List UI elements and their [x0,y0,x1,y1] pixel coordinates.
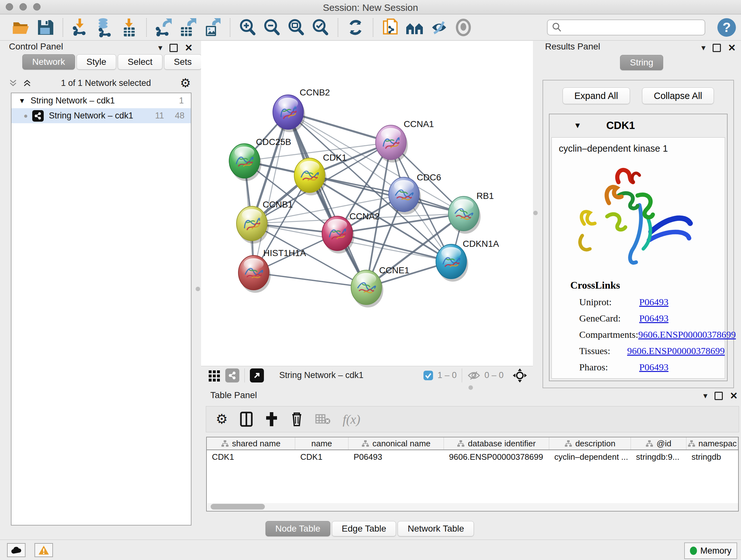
column-header-description[interactable]: description [549,437,631,449]
birdseye-view-icon[interactable] [208,369,221,382]
scrollbar-thumb[interactable] [211,504,265,509]
zoom-out-icon[interactable] [262,17,282,37]
export-table-icon[interactable] [179,17,198,37]
column-header-@id[interactable]: @id [631,437,686,449]
search-field[interactable] [547,19,705,36]
table-options-icon[interactable]: ⚙ [216,413,228,426]
column-header-canonical-name[interactable]: canonical name [348,437,444,449]
warning-icon [38,545,49,555]
create-column-icon[interactable] [265,412,278,427]
tab-sets[interactable]: Sets [164,54,202,70]
node-CDC6[interactable]: CDC6 [389,172,441,214]
zoom-in-icon[interactable] [238,17,258,37]
network-row[interactable]: ● String Network – cdk1 11 48 [11,108,191,123]
shared-attribute-icon [457,440,465,447]
node-CCNA2[interactable]: CCNA2 [322,211,380,253]
zoom-selected-icon[interactable] [311,17,330,37]
node-CDK1[interactable]: CDK1 [294,152,347,195]
selected-checkbox-icon[interactable] [423,370,434,381]
close-panel-icon[interactable]: ✕ [185,42,193,53]
right-splitter-handle[interactable] [533,211,538,215]
float-panel-icon[interactable] [170,44,178,52]
network-collection-row[interactable]: ▼ String Network – cdk1 1 [11,93,191,108]
save-session-icon[interactable] [36,17,55,37]
node-HIST1H1A[interactable]: HIST1H1A [239,248,306,293]
tab-edge-table[interactable]: Edge Table [332,521,396,537]
gene-expander-icon[interactable]: ▼ [574,121,582,130]
float-panel-icon[interactable] [713,44,721,52]
crosslink-value[interactable]: P06493 [639,297,669,307]
tab-select[interactable]: Select [118,54,162,70]
delete-table-icon[interactable] [315,413,331,426]
collapse-panel-icon[interactable]: ▾ [703,391,708,401]
column-header-name[interactable]: name [295,437,348,449]
node-CDKN1A[interactable]: CDKN1A [436,239,499,282]
show-graphics-details-icon[interactable] [454,17,473,37]
column-label: namespac [698,439,737,449]
node-RB1[interactable]: RB1 [448,191,494,234]
show-hide-columns-icon[interactable] [240,412,253,427]
crosslink-value[interactable]: P06493 [639,313,669,324]
crosslink-value[interactable]: 9606.ENSP00000378699 [627,346,725,356]
node-label-CDC6: CDC6 [417,172,441,182]
node-CCNE1[interactable]: CCNE1 [351,265,409,307]
crosslink-value[interactable]: 9606.ENSP00000378699 [638,329,736,340]
horizontal-splitter-handle[interactable] [468,385,473,390]
crosslink-label: GeneCard: [579,313,639,324]
new-network-from-selection-icon[interactable] [381,17,401,37]
zoom-fit-content-icon[interactable] [286,17,306,37]
function-builder-icon[interactable]: f(x) [343,412,360,427]
string-tab-icon[interactable] [225,368,239,382]
open-in-window-icon[interactable] [250,368,264,382]
delete-columns-icon[interactable] [290,412,303,427]
hide-selected-icon[interactable] [429,17,449,37]
network-list: ▼ String Network – cdk1 1 ● String Netwo… [11,92,192,525]
close-panel-icon[interactable]: ✕ [728,42,736,53]
export-image-icon[interactable] [203,17,222,37]
selected-nodes-edges-count: 1 – 0 [437,370,457,380]
collapse-all-button[interactable]: Collapse All [642,87,714,104]
tab-network-table[interactable]: Network Table [398,521,474,537]
tab-node-table[interactable]: Node Table [266,521,330,537]
crosslink-value[interactable]: P06493 [639,362,669,373]
apply-preferred-layout-icon[interactable] [346,17,365,37]
column-header-shared-name[interactable]: shared name [207,437,295,449]
help-icon[interactable]: ? [718,18,736,37]
cloud-status-button[interactable] [7,543,25,557]
column-header-namespac[interactable]: namespac [686,437,738,449]
export-network-icon[interactable] [154,17,174,37]
table-cell: stringdb [686,450,738,463]
string-results-container: Expand All Collapse All ▼ CDK1 cyclin–de… [542,80,734,388]
table-panel: Table Panel ▾ ✕ ⚙ f(x) shared namenameca… [206,390,739,520]
warning-status-button[interactable] [35,543,53,557]
table-horizontal-scrollbar[interactable] [207,503,738,510]
pan-crosshair-icon[interactable] [513,368,527,383]
table-row[interactable]: CDK1CDK1P064939606.ENSP00000378699cyclin… [207,450,738,463]
column-header-database-identifier[interactable]: database identifier [444,437,549,449]
node-CCNB2[interactable]: CCNB2 [273,87,330,132]
float-panel-icon[interactable] [715,392,723,400]
import-table-from-file-icon[interactable] [119,17,139,37]
import-network-from-database-icon[interactable] [95,17,115,37]
first-neighbors-icon[interactable] [405,17,425,37]
tree-expander-icon[interactable]: ▼ [18,97,25,105]
collapse-panel-icon[interactable]: ▾ [701,43,705,53]
close-panel-icon[interactable]: ✕ [730,390,738,401]
collapse-panel-icon[interactable]: ▾ [158,43,162,53]
table-cell: stringdb:9... [631,450,686,463]
memory-button[interactable]: Memory [684,543,737,559]
node-CDC25B[interactable]: CDC25B [229,137,291,181]
import-network-from-file-icon[interactable] [71,17,90,37]
tab-style[interactable]: Style [77,54,116,70]
expand-all-icon[interactable] [22,78,32,88]
open-session-icon[interactable] [11,17,31,37]
search-input[interactable] [562,22,697,33]
expand-all-button[interactable]: Expand All [562,87,630,104]
left-splitter-handle[interactable] [196,287,200,291]
collapse-all-icon[interactable] [8,78,18,88]
network-view-canvas[interactable]: CCNB2CCNA1CDC25BCDK1CDC6RB1CCNB1CCNA2CDK… [201,41,533,366]
network-options-gear-icon[interactable]: ⚙ [180,77,191,89]
tab-network[interactable]: Network [22,54,75,70]
tab-string[interactable]: String [620,55,663,70]
hidden-nodes-edges-count: 0 – 0 [484,370,503,380]
